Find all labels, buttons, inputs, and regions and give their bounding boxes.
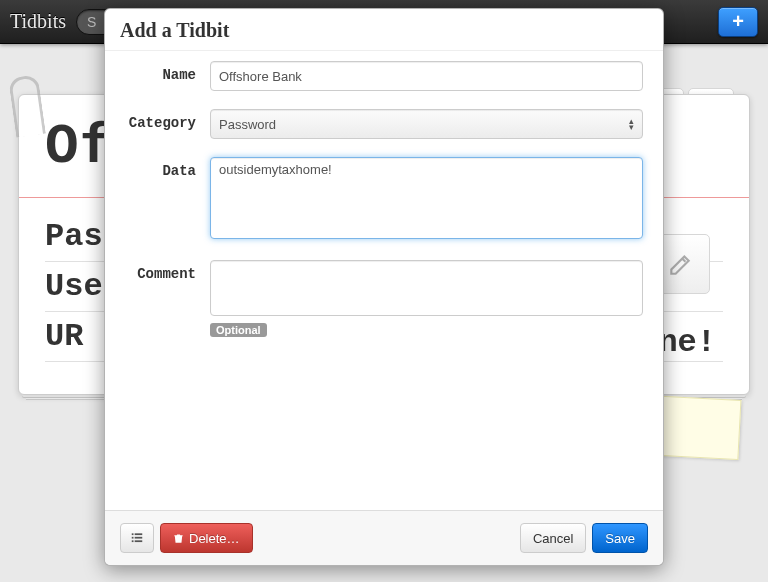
modal-body: Name Category Password ▴▾ Data xyxy=(105,51,663,510)
optional-badge: Optional xyxy=(210,323,267,337)
save-button[interactable]: Save xyxy=(592,523,648,553)
select-caret-icon: ▴▾ xyxy=(629,118,634,130)
modal-header: Add a Tidbit xyxy=(105,9,663,51)
svg-rect-2 xyxy=(132,540,134,542)
delete-button[interactable]: Delete… xyxy=(160,523,253,553)
category-label: Category xyxy=(125,109,210,131)
svg-rect-5 xyxy=(135,540,143,542)
comment-label: Comment xyxy=(125,260,210,282)
list-button[interactable] xyxy=(120,523,154,553)
svg-rect-4 xyxy=(135,537,143,539)
name-input[interactable] xyxy=(210,61,643,91)
list-icon xyxy=(130,531,144,545)
data-textarea[interactable] xyxy=(210,157,643,239)
svg-rect-0 xyxy=(132,533,134,535)
name-label: Name xyxy=(125,61,210,83)
svg-rect-3 xyxy=(135,533,143,535)
data-label: Data xyxy=(125,157,210,179)
modal-backdrop: Add a Tidbit Name Category Password ▴▾ xyxy=(0,0,768,582)
category-selected-value: Password xyxy=(219,117,276,132)
modal-title: Add a Tidbit xyxy=(120,19,648,42)
trash-icon xyxy=(173,532,184,545)
svg-rect-1 xyxy=(132,537,134,539)
delete-label: Delete… xyxy=(189,531,240,546)
category-select[interactable]: Password ▴▾ xyxy=(210,109,643,139)
comment-textarea[interactable] xyxy=(210,260,643,316)
modal-footer: Delete… Cancel Save xyxy=(105,510,663,565)
cancel-button[interactable]: Cancel xyxy=(520,523,586,553)
add-tidbit-modal: Add a Tidbit Name Category Password ▴▾ xyxy=(104,8,664,566)
